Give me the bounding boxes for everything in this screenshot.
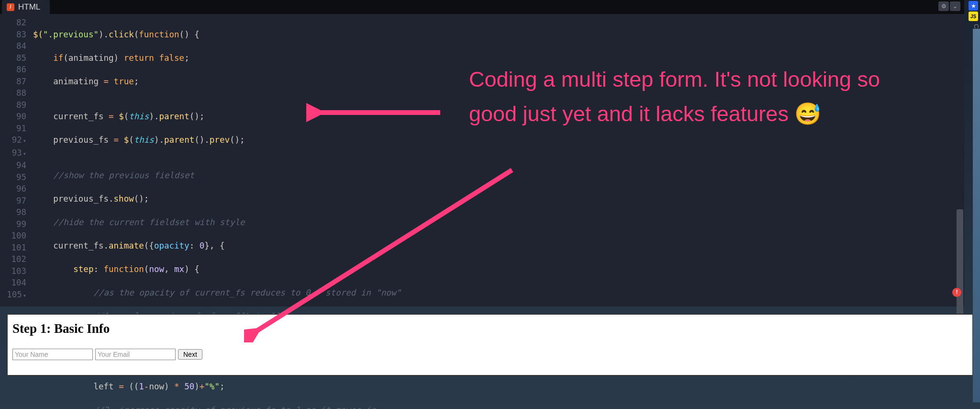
- fold-icon[interactable]: ▾: [23, 292, 26, 299]
- editor-tab-bar: / HTML: [0, 0, 964, 14]
- preview-panel: Step 1: Basic Info Next: [7, 314, 973, 376]
- name-input[interactable]: [12, 349, 93, 360]
- error-badge[interactable]: !: [952, 288, 961, 297]
- code-content[interactable]: $(".previous").click(function() { if(ani…: [33, 17, 964, 307]
- editor-panel: / HTML ⚙ ⌄ 82 83 84 85 86 87 88 89 90 91…: [0, 0, 964, 307]
- scrollbar[interactable]: [957, 31, 963, 313]
- expand-button[interactable]: ⌄: [950, 1, 960, 11]
- css-panel-tab[interactable]: ★: [969, 1, 978, 11]
- email-input[interactable]: [95, 349, 176, 360]
- tab-html[interactable]: / HTML: [2, 0, 50, 14]
- tab-label: HTML: [18, 2, 40, 12]
- chevron-down-icon: ⌄: [953, 3, 958, 10]
- code-editor[interactable]: 82 83 84 85 86 87 88 89 90 91 92▾ 93▾ 94…: [0, 14, 964, 307]
- settings-button[interactable]: ⚙: [938, 1, 949, 11]
- editor-toolbar: ⚙ ⌄: [938, 1, 960, 11]
- form-step-heading: Step 1: Basic Info: [12, 321, 968, 336]
- fold-icon[interactable]: ▾: [23, 150, 26, 157]
- line-gutter: 82 83 84 85 86 87 88 89 90 91 92▾ 93▾ 94…: [0, 17, 33, 307]
- gear-icon: ⚙: [941, 3, 947, 10]
- preview-form: Next: [12, 349, 968, 360]
- next-button[interactable]: Next: [178, 349, 202, 360]
- desktop-background-edge: [973, 29, 980, 402]
- html-file-icon: /: [7, 3, 14, 11]
- js-panel-tab[interactable]: JS: [969, 11, 978, 21]
- scrollbar-thumb[interactable]: [957, 209, 963, 324]
- fold-icon[interactable]: ▾: [23, 137, 26, 144]
